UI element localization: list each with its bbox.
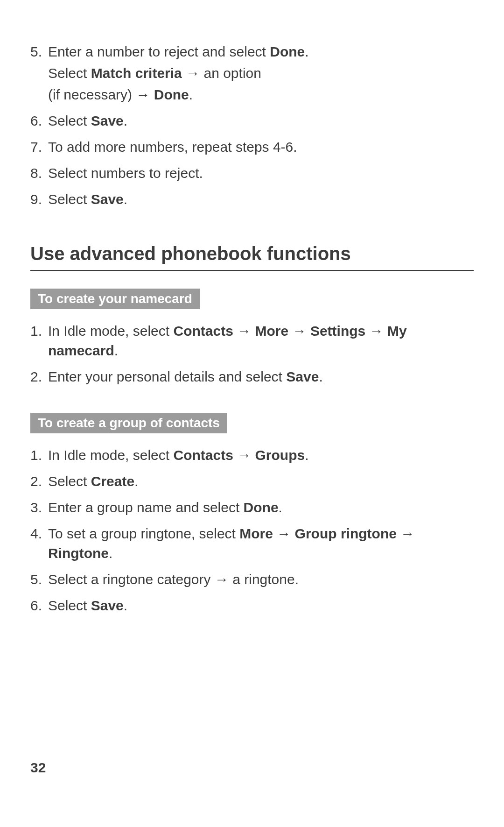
list-item-text: To set a group ringtone, select More → G…	[48, 526, 414, 561]
list-item-number: 3.	[30, 498, 42, 517]
list-item-text: Select Save.	[48, 598, 127, 613]
list-item-text: In Idle mode, select Contacts → Groups.	[48, 447, 309, 463]
instruction-list-group: 1.In Idle mode, select Contacts → Groups…	[30, 445, 474, 615]
list-item: 1.In Idle mode, select Contacts → Groups…	[30, 445, 474, 465]
page-number: 32	[30, 760, 46, 776]
list-item-text: Enter a group name and select Done.	[48, 500, 282, 515]
list-item-text: Select a ringtone category → a ringtone.	[48, 572, 299, 587]
list-item-subline: (if necessary) → Done.	[48, 85, 474, 105]
list-item-number: 4.	[30, 524, 42, 544]
list-item-subline: Select Match criteria → an option	[48, 64, 474, 83]
list-item: 3.Enter a group name and select Done.	[30, 498, 474, 517]
section-heading: Use advanced phonebook functions	[30, 242, 474, 271]
list-item: 2.Enter your personal details and select…	[30, 367, 474, 387]
list-item-text: Enter a number to reject and select Done…	[48, 44, 309, 59]
list-item-number: 6.	[30, 596, 42, 615]
list-item-text: Enter your personal details and select S…	[48, 369, 323, 384]
list-item-text: Select Save.	[48, 113, 127, 128]
list-item-number: 6.	[30, 111, 42, 131]
list-item-text: In Idle mode, select Contacts → More → S…	[48, 323, 407, 358]
list-item: 5.Select a ringtone category → a rington…	[30, 570, 474, 589]
instruction-list-top: 5.Enter a number to reject and select Do…	[30, 42, 474, 209]
list-item-text: To add more numbers, repeat steps 4-6.	[48, 139, 297, 155]
list-item: 5.Enter a number to reject and select Do…	[30, 42, 474, 105]
list-item: 6.Select Save.	[30, 111, 474, 131]
subsection-namecard: To create your namecard 1.In Idle mode, …	[30, 286, 474, 387]
list-item-number: 7.	[30, 137, 42, 157]
list-item: 4.To set a group ringtone, select More →…	[30, 524, 474, 563]
list-item-number: 2.	[30, 472, 42, 491]
list-item-number: 5.	[30, 42, 42, 62]
list-item-number: 9.	[30, 190, 42, 209]
list-item-number: 1.	[30, 445, 42, 465]
list-item: 9.Select Save.	[30, 190, 474, 209]
list-item-text: Select Create.	[48, 474, 138, 489]
list-item-number: 8.	[30, 163, 42, 183]
sub-heading-namecard: To create your namecard	[30, 289, 200, 309]
list-item-number: 2.	[30, 367, 42, 387]
list-item: 1.In Idle mode, select Contacts → More →…	[30, 321, 474, 360]
instruction-list-namecard: 1.In Idle mode, select Contacts → More →…	[30, 321, 474, 387]
list-item-number: 5.	[30, 570, 42, 589]
sub-heading-group: To create a group of contacts	[30, 413, 227, 433]
subsection-group: To create a group of contacts 1.In Idle …	[30, 410, 474, 615]
list-item: 8.Select numbers to reject.	[30, 163, 474, 183]
list-item-text: Select numbers to reject.	[48, 165, 203, 181]
list-item-number: 1.	[30, 321, 42, 341]
list-item-text: Select Save.	[48, 191, 127, 207]
list-item: 7.To add more numbers, repeat steps 4-6.	[30, 137, 474, 157]
list-item: 6.Select Save.	[30, 596, 474, 615]
list-item: 2.Select Create.	[30, 472, 474, 491]
